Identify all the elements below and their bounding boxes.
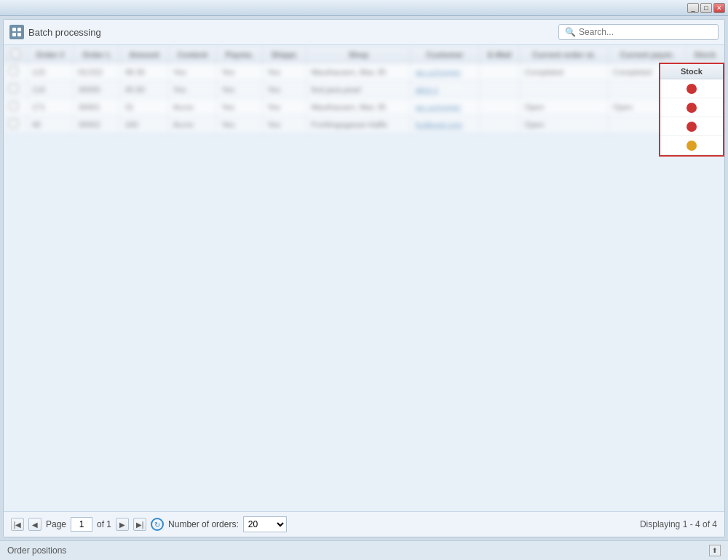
select-all-checkbox[interactable] [11, 49, 20, 58]
cell-shop: fest.java.pearl [306, 81, 411, 98]
stock-row-1 [660, 79, 723, 98]
minimize-button[interactable]: _ [687, 3, 699, 13]
displaying-text: Displaying 1 - 4 of 4 [640, 519, 717, 529]
stock-dot-red-1 [687, 84, 697, 94]
row-checkbox[interactable] [9, 119, 18, 128]
of-label: of 1 [97, 519, 111, 529]
col-checkbox [4, 46, 28, 63]
footer-label: Order positions [7, 545, 66, 556]
cell-status: Completed [520, 63, 609, 81]
cell-status [520, 81, 609, 98]
page-input[interactable] [71, 517, 92, 532]
stock-overlay: Stock [659, 63, 724, 157]
stock-dot-yellow-4 [687, 141, 697, 151]
cell-amount: 45.60 [120, 81, 168, 98]
cell-shipping: Yes [262, 116, 306, 133]
cell-email [480, 116, 520, 133]
table-wrapper: Order # Order t. Amount Content Payme. S… [4, 45, 724, 511]
cell-payment: Yes [217, 63, 263, 81]
batch-title-area: Batch processing [9, 25, 101, 39]
table-row: 115 01/152 48.30 Yes Yes Yes Mauthausen,… [4, 63, 724, 81]
cell-amount: 160 [120, 116, 168, 133]
footer-bar: Order positions ⬆ [0, 540, 728, 560]
cell-amount: 31 [120, 98, 168, 116]
refresh-button[interactable]: ↻ [151, 518, 164, 531]
footer-expand-icon[interactable]: ⬆ [709, 545, 721, 556]
col-stock: Stock [686, 46, 724, 63]
close-button[interactable]: ✕ [713, 3, 725, 13]
table-row: 40 30002 160 Accro Yes Yes Frohlingsgass… [4, 116, 724, 133]
cell-shipping: Yes [262, 98, 306, 116]
num-orders-label: Number of orders: [168, 519, 239, 529]
col-email: E-Mail [480, 46, 520, 63]
title-bar: _ □ ✕ [0, 0, 728, 16]
cell-content: Yes [168, 81, 216, 98]
page-label: Page [46, 519, 66, 529]
cell-customer: fruitbowl.com [411, 116, 480, 133]
toolbar: Batch processing 🔍 [4, 20, 724, 45]
row-checkbox[interactable] [9, 66, 18, 76]
prev-page-button[interactable]: ◀ [28, 518, 41, 531]
pagination-bar: |◀ ◀ Page of 1 ▶ ▶| ↻ Number of orders: … [4, 511, 724, 537]
stock-row-3 [660, 117, 723, 136]
col-curr-payment: Current paym. [608, 46, 686, 63]
cell-payment: Yes [217, 81, 263, 98]
row-checkbox[interactable] [9, 101, 18, 111]
next-page-button[interactable]: ▶ [116, 518, 129, 531]
cell-shop: Frohlingsgasse-Haffe [306, 116, 411, 133]
cell-amount: 48.30 [120, 63, 168, 81]
svg-rect-2 [12, 33, 16, 36]
table-area: Order # Order t. Amount Content Payme. S… [4, 45, 724, 511]
cell-order-num: 115 [27, 63, 74, 81]
cell-customer: alice.s [411, 81, 480, 98]
cell-shop: Mauthausen, Mac 35 [306, 63, 411, 81]
cell-order-num: 40 [27, 116, 74, 133]
search-input[interactable] [579, 27, 712, 37]
window-outer: _ □ ✕ Batch processing 🔍 [0, 0, 728, 560]
stock-row-4 [660, 136, 723, 155]
cell-email [480, 98, 520, 116]
first-page-button[interactable]: |◀ [11, 518, 24, 531]
search-box[interactable]: 🔍 [558, 24, 719, 40]
cell-content: Accro [168, 116, 216, 133]
cell-order-t: 30002 [74, 116, 120, 133]
batch-icon [9, 25, 24, 39]
cell-customer: jan.schreiger [411, 63, 480, 81]
stock-dot-red-2 [687, 103, 697, 113]
cell-content: Yes [168, 63, 216, 81]
table-row: 116 30000 45.60 Yes Yes Yes fest.java.pe… [4, 81, 724, 98]
col-shop: Shop [306, 46, 411, 63]
maximize-button[interactable]: □ [700, 3, 712, 13]
svg-rect-3 [17, 33, 21, 36]
col-customer: Customer [411, 46, 480, 63]
blurred-table: Order # Order t. Amount Content Payme. S… [4, 45, 724, 133]
cell-order-t: 30000 [74, 81, 120, 98]
last-page-button[interactable]: ▶| [133, 518, 146, 531]
cell-payment: Yes [217, 98, 263, 116]
col-curr-status: Current order st. [520, 46, 609, 63]
cell-shipping: Yes [262, 81, 306, 98]
cell-customer: jan.schreiger [411, 98, 480, 116]
cell-email [480, 81, 520, 98]
cell-email [480, 63, 520, 81]
main-content: Batch processing 🔍 Order # Order [3, 19, 725, 537]
stock-dot-red-3 [687, 122, 697, 132]
row-checkbox[interactable] [9, 84, 18, 93]
table-row: 171 30001 31 Accro Yes Yes Mauthausen, M… [4, 98, 724, 116]
search-icon: 🔍 [565, 27, 576, 37]
cell-shop: Mauthausen, Mac 35 [306, 98, 411, 116]
col-shipping: Shippi. [262, 46, 306, 63]
cell-order-num: 116 [27, 81, 74, 98]
cell-payment: Yes [217, 116, 263, 133]
orders-table: Order # Order t. Amount Content Payme. S… [4, 45, 724, 133]
col-amount: Amount [120, 46, 168, 63]
cell-shipping: Yes [262, 63, 306, 81]
orders-per-page-select[interactable]: 20 50 100 [243, 516, 287, 532]
stock-row-2 [660, 98, 723, 117]
cell-content: Accro [168, 98, 216, 116]
cell-order-t: 01/152 [74, 63, 120, 81]
cell-order-t: 30001 [74, 98, 120, 116]
svg-rect-1 [17, 28, 21, 31]
col-order-num: Order # [27, 46, 74, 63]
stock-header: Stock [660, 64, 723, 79]
